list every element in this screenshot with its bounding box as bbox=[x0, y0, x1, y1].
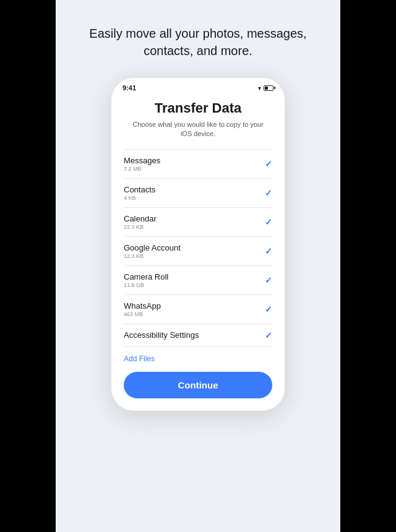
screen-subtitle: Choose what you would like to copy to yo… bbox=[124, 120, 272, 139]
transfer-item[interactable]: Camera Roll11.8 GB✓ bbox=[124, 266, 272, 295]
transfer-item[interactable]: Calendar22.3 KB✓ bbox=[124, 208, 272, 237]
check-icon: ✓ bbox=[265, 275, 272, 285]
item-size: 463 MB bbox=[124, 311, 161, 317]
item-size: 22.3 KB bbox=[124, 224, 157, 230]
item-name: Contacts bbox=[124, 185, 155, 194]
item-size: 12.3 KB bbox=[124, 253, 181, 259]
wifi-icon: ▾ bbox=[258, 85, 261, 92]
add-files-button[interactable]: Add Files bbox=[124, 354, 155, 363]
main-background: Easily move all your photos, messages, c… bbox=[56, 0, 340, 532]
battery-icon bbox=[264, 85, 273, 91]
transfer-item[interactable]: Accessibility Settings✓ bbox=[124, 324, 272, 347]
transfer-item[interactable]: Contacts4 KB✓ bbox=[124, 179, 272, 208]
transfer-item[interactable]: WhatsApp463 MB✓ bbox=[124, 295, 272, 324]
item-size: 4 KB bbox=[124, 195, 155, 201]
item-name: Messages bbox=[124, 156, 160, 165]
status-bar: 9:41 ▾ bbox=[111, 78, 285, 94]
item-size: 7.2 MB bbox=[124, 166, 160, 172]
check-icon: ✓ bbox=[265, 159, 272, 169]
item-name: WhatsApp bbox=[124, 301, 161, 311]
check-icon: ✓ bbox=[265, 217, 272, 227]
transfer-item[interactable]: Messages7.2 MB✓ bbox=[124, 150, 272, 179]
phone-frame: 9:41 ▾ Transfer Data Choose what you wou… bbox=[111, 78, 285, 411]
transfer-item[interactable]: Google Account12.3 KB✓ bbox=[124, 237, 272, 266]
item-size: 11.8 GB bbox=[124, 282, 168, 288]
item-name: Google Account bbox=[124, 243, 181, 252]
phone-content: Transfer Data Choose what you would like… bbox=[111, 94, 285, 411]
check-icon: ✓ bbox=[265, 330, 272, 340]
status-icons: ▾ bbox=[258, 85, 273, 92]
check-icon: ✓ bbox=[265, 188, 272, 198]
check-icon: ✓ bbox=[265, 246, 272, 256]
item-name: Calendar bbox=[124, 214, 157, 223]
transfer-list: Messages7.2 MB✓Contacts4 KB✓Calendar22.3… bbox=[124, 149, 272, 347]
continue-button[interactable]: Continue bbox=[124, 372, 272, 398]
tagline: Easily move all your photos, messages, c… bbox=[56, 25, 340, 59]
status-time: 9:41 bbox=[123, 84, 136, 92]
screen-title: Transfer Data bbox=[124, 100, 272, 116]
item-name: Accessibility Settings bbox=[124, 330, 199, 340]
item-name: Camera Roll bbox=[124, 272, 168, 281]
check-icon: ✓ bbox=[265, 304, 272, 314]
